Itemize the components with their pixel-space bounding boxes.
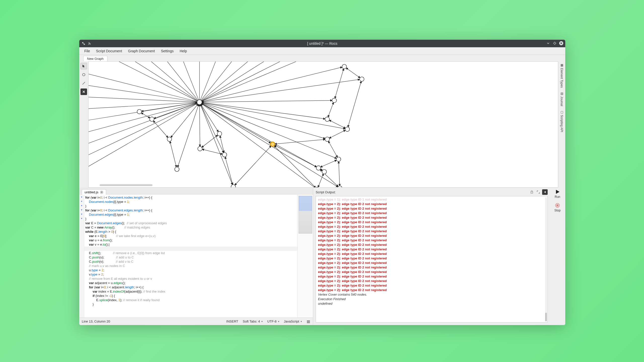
svg-line-38 [318, 159, 339, 168]
graph-tab[interactable]: New Graph [83, 56, 107, 61]
svg-line-22 [199, 100, 334, 102]
svg-point-4 [83, 73, 85, 76]
menu-help[interactable]: Help [177, 48, 190, 54]
svg-line-10 [199, 102, 220, 133]
graph-scrollbar-horizontal[interactable] [100, 184, 152, 186]
app-window: [ untitled ]* — Rocs File Script Documen… [79, 40, 565, 325]
maximize-button[interactable] [552, 41, 557, 46]
menubar: File Script Document Graph Document Sett… [79, 47, 565, 55]
svg-line-51 [89, 97, 199, 102]
minimize-button[interactable] [546, 41, 551, 46]
svg-line-62 [179, 62, 199, 102]
svg-rect-94 [531, 192, 533, 193]
output-column: Script Output: edge.type = 1): edge type… [313, 188, 565, 325]
tab-setting[interactable]: Soft Tabs: 4▾ [243, 320, 263, 323]
svg-line-31 [225, 155, 233, 187]
svg-rect-96 [556, 204, 558, 206]
svg-line-44 [344, 67, 362, 79]
menu-graph-document[interactable]: Graph Document [125, 48, 158, 54]
svg-line-27 [169, 139, 177, 169]
code-editor[interactable]: ▾▾▾▾▾▾ for (var i=0; i < Document.nodes.… [79, 195, 313, 318]
svg-rect-92 [307, 322, 310, 322]
graph-tab-row: New Graph [79, 55, 565, 61]
svg-line-28 [200, 134, 220, 149]
svg-point-85 [345, 127, 350, 131]
run-label: Run [555, 195, 560, 199]
editor-tab-label: untitled.js [85, 190, 98, 194]
svg-point-84 [325, 137, 330, 142]
chevron-down-icon: ▾ [278, 320, 279, 323]
svg-point-79 [270, 142, 275, 147]
panel-scripting-api[interactable]: ▢Scripting API [560, 110, 564, 132]
svg-point-72 [150, 117, 154, 121]
svg-point-81 [338, 186, 342, 187]
code-text[interactable]: for (var i=0; i < Document.nodes.length;… [84, 195, 297, 318]
svg-line-69 [199, 62, 320, 102]
close-button[interactable] [559, 41, 564, 46]
svg-point-74 [175, 167, 179, 171]
svg-point-78 [231, 185, 235, 187]
encoding-setting[interactable]: UTF-8▾ [267, 320, 279, 323]
run-controls: Run Stop [550, 188, 565, 325]
menu-script-document[interactable]: Script Document [93, 48, 125, 54]
close-tab-icon[interactable]: ✕ [100, 191, 103, 194]
svg-point-77 [222, 153, 227, 157]
minimap[interactable] [297, 195, 313, 318]
svg-line-42 [327, 100, 334, 119]
editor-tabs: untitled.js ✕ [79, 188, 313, 195]
output-text[interactable]: edge.type = 1): edge type ID 1 not regis… [316, 196, 548, 323]
svg-line-9 [177, 102, 199, 169]
lock-icon[interactable] [529, 189, 535, 195]
delete-tool[interactable] [80, 88, 87, 95]
graph-canvas[interactable] [88, 61, 558, 188]
svg-point-89 [359, 77, 364, 81]
edit-mode[interactable]: INSERT [226, 320, 238, 323]
svg-line-30 [200, 149, 225, 155]
menu-settings[interactable]: Settings [158, 48, 177, 54]
fold-gutter[interactable]: ▾▾▾▾▾▾ [79, 195, 84, 318]
svg-line-2 [83, 43, 84, 44]
settings-icon[interactable] [306, 320, 310, 324]
minimap-viewport[interactable] [299, 196, 312, 211]
output-scrollbar[interactable] [545, 197, 547, 321]
add-edge-tool[interactable] [80, 80, 87, 86]
svg-line-32 [233, 144, 272, 187]
svg-line-47 [339, 159, 340, 187]
bottom-area: untitled.js ✕ ▾▾▾▾▾▾ for (var i=0; i < D… [79, 188, 565, 325]
select-tool[interactable] [80, 63, 87, 69]
graph-toolstrip [79, 61, 88, 188]
graph-area: ▦Element Types ▤Journal ▢Scripting API [79, 61, 565, 188]
clear-output-icon[interactable] [542, 189, 548, 195]
svg-point-70 [197, 100, 202, 105]
svg-line-14 [199, 102, 273, 144]
panel-journal[interactable]: ▤Journal [560, 92, 564, 106]
side-panels: ▦Element Types ▤Journal ▢Scripting API [558, 61, 565, 188]
svg-line-5 [83, 82, 85, 84]
svg-line-24 [199, 79, 362, 102]
svg-line-48 [347, 79, 362, 129]
panel-element-types[interactable]: ▦Element Types [560, 63, 564, 88]
app-icon [81, 41, 86, 46]
svg-point-82 [316, 166, 321, 170]
language-setting[interactable]: JavaScript▾ [284, 320, 302, 323]
svg-line-46 [317, 172, 324, 187]
output-scroll-thumb[interactable] [545, 313, 547, 321]
svg-line-21 [199, 102, 327, 119]
pin-icon[interactable] [87, 41, 92, 46]
expand-icon[interactable] [536, 189, 541, 195]
add-node-tool[interactable] [80, 71, 87, 78]
stop-button[interactable]: Stop [554, 203, 561, 212]
titlebar[interactable]: [ untitled ]* — Rocs [79, 40, 565, 47]
svg-line-29 [220, 134, 225, 155]
svg-line-58 [99, 62, 199, 102]
svg-line-33 [273, 144, 317, 187]
chevron-down-icon: ▾ [301, 320, 302, 323]
svg-line-43 [334, 67, 344, 100]
editor-tab[interactable]: untitled.js ✕ [82, 189, 106, 195]
svg-line-15 [199, 102, 317, 187]
output-main: Script Output: edge.type = 1): edge type… [313, 188, 550, 325]
svg-point-87 [332, 98, 337, 103]
svg-point-83 [336, 157, 341, 161]
menu-file[interactable]: File [81, 48, 93, 54]
run-button[interactable]: Run [555, 189, 560, 199]
